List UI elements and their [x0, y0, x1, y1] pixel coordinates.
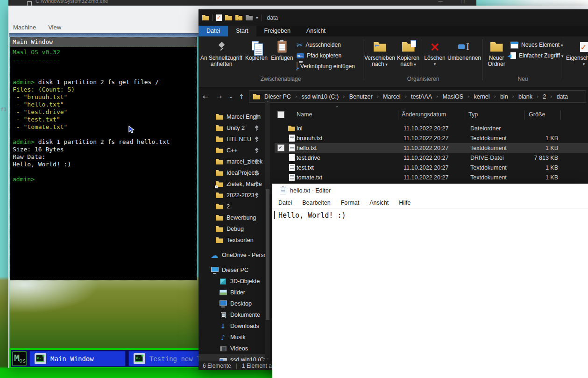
sidebar-item[interactable]: Zietek, Marce — [198, 178, 265, 190]
copy-to-button[interactable]: Kopieren nach — [396, 38, 421, 74]
sidebar-item[interactable]: Marcel Engin — [198, 111, 265, 122]
pin-icon — [254, 170, 259, 176]
sidebar-scrollbar[interactable]: ⌃ ⌄ — [265, 100, 270, 361]
notepad-menu-item[interactable]: Format — [341, 200, 360, 206]
sidebar-item[interactable]: ssd win10 (C:) — [198, 354, 265, 361]
ribbon-tab[interactable]: Datei — [198, 26, 228, 36]
qat-properties-icon[interactable] — [216, 14, 222, 21]
terminal-output[interactable]: Masl OS v0.32 ------------- admin> disk … — [10, 47, 197, 183]
vm-taskbar-button[interactable]: Main Window — [29, 351, 126, 366]
breadcrumb-item[interactable]: MaslOS — [443, 93, 463, 100]
vbox-menu-item[interactable]: Machine — [13, 24, 36, 31]
terminal-titlebar[interactable]: Main Window — [10, 37, 197, 47]
file-row[interactable]: lol 11.10.2022 20:27 Dateiordner — [275, 123, 588, 133]
qat-folder-icon[interactable] — [202, 15, 209, 21]
notepad-menu-item[interactable]: Ansicht — [369, 200, 389, 206]
notepad-text-area[interactable]: Hello, World! :) — [272, 209, 588, 378]
cmd-maximize-icon[interactable]: ▢ — [460, 0, 465, 4]
file-row[interactable]: hello.txt 11.10.2022 20:27 Textdokument … — [275, 143, 588, 153]
pin-quick-access-button[interactable]: An Schnellzugriff anheften — [199, 38, 243, 74]
column-header-name[interactable]: Name — [297, 111, 312, 118]
address-bar: ← → ⌄ ↑ › Dieser PC › ssd win10 (C:) › B… — [198, 87, 588, 106]
column-header-date[interactable]: Änderungsdatum — [402, 111, 446, 118]
sidebar-item[interactable]: HTL NEU — [198, 134, 265, 145]
recent-locations-icon[interactable]: ⌄ — [226, 93, 236, 100]
ribbon-tab[interactable]: Start — [228, 26, 256, 36]
breadcrumb-item[interactable]: 2 — [543, 93, 546, 100]
column-header-size[interactable]: Größe — [529, 111, 545, 118]
breadcrumb-item[interactable]: blank — [518, 93, 532, 100]
notepad-menu-item[interactable]: Hilfe — [399, 200, 411, 206]
breadcrumb-item[interactable]: testAAA — [411, 93, 432, 100]
paste-button[interactable]: Einfügen — [269, 38, 295, 74]
column-header-type[interactable]: Typ — [468, 111, 478, 118]
new-folder-button[interactable]: Neuer Ordner — [484, 38, 509, 74]
sidebar-item[interactable]: Musik — [198, 332, 265, 343]
sidebar-item[interactable]: OneDrive - Person — [198, 250, 265, 261]
copy-path-button[interactable]: w… Pfad kopieren — [297, 51, 341, 60]
rename-button[interactable]: Umbenennen — [447, 38, 482, 74]
properties-button[interactable]: Eigenschaften — [567, 38, 588, 74]
sidebar-item[interactable]: Bilder — [198, 287, 265, 298]
sidebar-item[interactable]: 2 — [198, 201, 265, 212]
notepad-menu-item[interactable]: Datei — [278, 200, 292, 206]
file-row[interactable]: tomate.txt 11.10.2022 20:27 Textdokument… — [275, 172, 588, 182]
cmd-minimize-icon[interactable]: — — [438, 0, 443, 4]
file-row[interactable]: test.drive 11.10.2022 20:27 DRIVE-Datei … — [275, 153, 588, 163]
sidebar-item[interactable]: Unity 2 — [198, 122, 265, 134]
sidebar-item[interactable]: Dokumente — [198, 309, 265, 321]
back-icon[interactable]: ← — [198, 93, 213, 100]
sidebar-item[interactable]: Videos — [198, 343, 265, 354]
vbox-menu-item[interactable]: View — [48, 24, 61, 31]
move-to-button[interactable]: ← Verschieben nach — [365, 38, 395, 74]
cmd-window-titlebar[interactable]: C:\Windows\System32\cmd.exe — ▢ — [8, 0, 476, 6]
notepad-titlebar[interactable]: hello.txt - Editor — [272, 184, 588, 198]
sort-ascending-icon: ⌃ — [335, 106, 339, 110]
ribbon-tab[interactable]: Freigeben — [256, 26, 298, 36]
sidebar-item[interactable]: marcel_zietek — [198, 156, 265, 167]
breadcrumb-item[interactable]: Benutzer — [349, 93, 373, 100]
forward-icon[interactable]: → — [213, 93, 226, 100]
sidebar-item[interactable]: Textsorten — [198, 235, 265, 246]
delete-button[interactable]: × Löschen — [423, 38, 446, 74]
row-checkbox[interactable] — [277, 144, 284, 151]
maslos-logo[interactable]: M os — [12, 351, 27, 366]
sidebar-item[interactable]: 2022-2023 — [198, 190, 265, 201]
qat-dropdown-icon[interactable]: ▾ — [256, 15, 258, 20]
sidebar-item[interactable]: Bewerbung — [198, 212, 265, 223]
qat-new-folder-icon[interactable] — [246, 15, 253, 21]
sidebar-scrollbar-thumb[interactable] — [266, 189, 269, 320]
ribbon-tab[interactable]: Ansicht — [298, 26, 333, 36]
sidebar-item[interactable]: 3D-Objekte — [198, 276, 265, 287]
sidebar-item[interactable]: Dieser PC — [198, 264, 265, 276]
sidebar-item[interactable]: Downloads — [198, 321, 265, 332]
breadcrumb-item[interactable]: kernel — [474, 93, 489, 100]
sidebar-item[interactable]: Desktop — [198, 298, 265, 309]
breadcrumb-item[interactable]: Marcel — [383, 93, 401, 100]
breadcrumb-item[interactable]: ssd win10 (C:) — [301, 93, 339, 100]
breadcrumb-item[interactable]: data — [557, 93, 568, 100]
explorer-titlebar[interactable]: ▾ data — [198, 9, 588, 26]
file-row[interactable]: test.txt 11.10.2022 20:27 Textdokument 1… — [275, 163, 588, 172]
copy-button[interactable]: Kopieren — [244, 38, 269, 74]
scroll-down-icon[interactable]: ⌄ — [265, 356, 270, 360]
sidebar-item[interactable]: IdeaProjects — [198, 167, 265, 178]
address-box[interactable]: › Dieser PC › ssd win10 (C:) › Benutzer … — [249, 90, 586, 103]
select-all-checkbox[interactable] — [277, 111, 284, 118]
sidebar-item[interactable]: C++ — [198, 145, 265, 156]
file-row[interactable]: bruuuh.txt 11.10.2022 20:27 Textdokument… — [275, 133, 588, 143]
easy-access-button[interactable]: Einfacher Zugriff — [510, 51, 563, 60]
notepad-menu-item[interactable]: Bearbeiten — [302, 200, 330, 206]
sidebar-item[interactable]: Debug — [198, 223, 265, 235]
breadcrumb-separator-icon: › — [494, 93, 496, 100]
paste-shortcut-button[interactable]: ↗ Verknüpfung einfügen — [297, 62, 355, 71]
sidebar-item-icon — [215, 203, 223, 210]
up-icon[interactable]: ↑ — [236, 93, 247, 100]
qat-zip-folder-icon[interactable] — [235, 15, 242, 21]
new-item-button[interactable]: Neues Element — [510, 40, 563, 50]
breadcrumb-item[interactable]: Dieser PC — [264, 93, 291, 100]
qat-folder2-icon[interactable] — [225, 15, 232, 21]
breadcrumb-item[interactable]: bin — [500, 93, 508, 100]
cut-button[interactable]: ✂ Ausschneiden — [297, 40, 341, 50]
scroll-up-icon[interactable]: ⌃ — [265, 101, 270, 105]
